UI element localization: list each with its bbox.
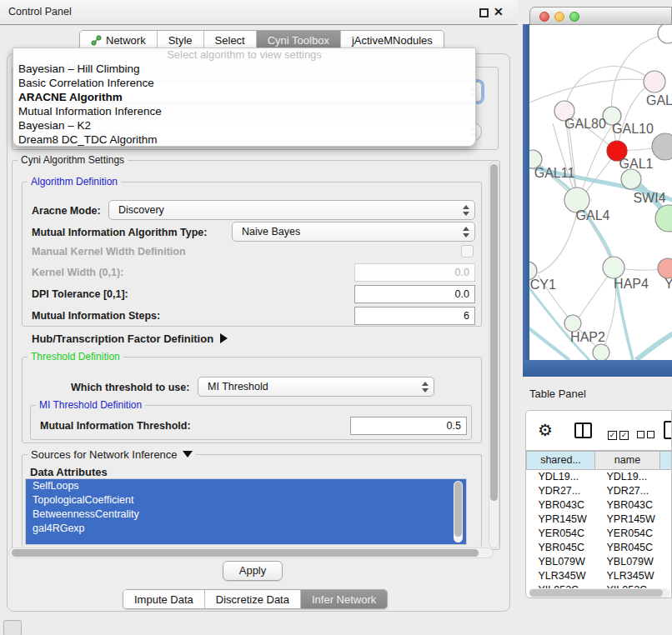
scrollbar-thumb[interactable] bbox=[529, 589, 663, 597]
scrollbar-thumb[interactable] bbox=[490, 164, 498, 501]
minimize-traffic-light[interactable] bbox=[554, 12, 564, 22]
node[interactable] bbox=[658, 25, 672, 43]
node-label: HAP4 bbox=[614, 277, 649, 291]
close-traffic-light[interactable] bbox=[539, 12, 549, 22]
kernel-width-label: Kernel Width (0,1): bbox=[32, 267, 123, 278]
panel-grip[interactable] bbox=[3, 620, 22, 635]
node[interactable] bbox=[593, 344, 609, 360]
table-row: YER054CYER054C8. bbox=[527, 526, 672, 540]
threshold-definition-title: Threshold Definition bbox=[28, 351, 123, 362]
table-panel-title: Table Panel bbox=[529, 388, 586, 400]
dropdown-item[interactable]: Basic Correlation Inference bbox=[13, 76, 475, 90]
settings-horizontal-scrollbar[interactable] bbox=[8, 548, 494, 558]
node-label: GAL1 bbox=[619, 157, 654, 171]
network-graph: GAL GAL80 GAL10 GAL1 GAL11 SWI4 GAL4 GCY… bbox=[529, 25, 672, 360]
mi-threshold-field[interactable]: 0.5 bbox=[350, 417, 467, 435]
tab-select[interactable]: Select bbox=[203, 31, 256, 49]
close-icon[interactable] bbox=[494, 5, 507, 18]
mi-type-label: Mutual Information Algorithm Type: bbox=[32, 227, 207, 238]
settings-gear-icon[interactable] bbox=[538, 420, 553, 440]
tab-style[interactable]: Style bbox=[157, 31, 203, 49]
select-all-checkboxes-icon[interactable] bbox=[608, 426, 631, 441]
which-threshold-combo[interactable]: MI Threshold bbox=[198, 377, 434, 397]
mi-threshold-group-title: MI Threshold Definition bbox=[36, 399, 145, 411]
column-header-name[interactable]: name bbox=[595, 451, 660, 469]
table-row: YBR043CYBR043C bbox=[527, 498, 672, 512]
list-item[interactable]: BetweennessCentrality bbox=[26, 508, 466, 522]
control-panel-title: Control Panel bbox=[8, 6, 72, 18]
node-label: SWI4 bbox=[633, 191, 665, 205]
control-panel-titlebar: Control Panel bbox=[0, 0, 518, 25]
apply-button[interactable]: Apply bbox=[223, 561, 283, 581]
tab-network-label: Network bbox=[106, 34, 146, 47]
columns-icon[interactable] bbox=[574, 422, 592, 438]
dropdown-item[interactable]: Dream8 DC_TDC Algorithm bbox=[13, 132, 475, 147]
collapse-down-icon bbox=[183, 451, 193, 458]
mi-steps-field[interactable]: 6 bbox=[354, 307, 475, 325]
which-threshold-label: Which threshold to use: bbox=[71, 382, 189, 393]
data-attributes-label: Data Attributes bbox=[30, 466, 108, 478]
list-vertical-scrollbar[interactable] bbox=[454, 481, 463, 542]
cyni-bottom-tabs: Impute Data Discretize Data Infer Networ… bbox=[123, 589, 388, 609]
node-hap2[interactable] bbox=[564, 315, 581, 332]
table-toolbar bbox=[526, 411, 671, 450]
node-label: GCY1 bbox=[529, 278, 556, 292]
algorithm-definition-title: Algorithm Definition bbox=[28, 176, 121, 188]
network-window-titlebar[interactable] bbox=[529, 7, 672, 25]
table-horizontal-scrollbar[interactable] bbox=[529, 588, 670, 598]
combo-stepper-icon bbox=[462, 204, 469, 217]
node-label: HAP2 bbox=[570, 330, 605, 344]
new-table-icon[interactable] bbox=[664, 421, 672, 439]
zoom-traffic-light[interactable] bbox=[569, 12, 579, 22]
deselect-all-checkboxes-icon[interactable] bbox=[637, 427, 657, 442]
dropdown-item[interactable]: Bayesian – Hill Climbing bbox=[13, 62, 475, 76]
dropdown-item[interactable]: Mutual Information Inference bbox=[13, 104, 475, 118]
list-item[interactable]: SelfLoops bbox=[26, 479, 466, 493]
dpi-tolerance-label: DPI Tolerance [0,1]: bbox=[32, 288, 128, 300]
sources-collapse-header[interactable]: Sources for Network Inference bbox=[28, 448, 196, 461]
table-row: YLR345WYLR345W9. bbox=[527, 568, 672, 582]
mi-threshold-label: Mutual Information Threshold: bbox=[40, 420, 191, 432]
node-salmon[interactable] bbox=[658, 258, 672, 278]
node-gray[interactable] bbox=[652, 133, 672, 160]
aracne-mode-combo[interactable]: Discovery bbox=[108, 200, 475, 220]
network-icon bbox=[91, 35, 102, 46]
column-header[interactable] bbox=[660, 451, 672, 469]
node-label: GAL10 bbox=[612, 122, 654, 136]
tab-impute-data[interactable]: Impute Data bbox=[123, 590, 204, 608]
app-root: Control Panel Network Style Select Cyni … bbox=[0, 0, 672, 635]
tab-network[interactable]: Network bbox=[80, 31, 157, 49]
list-item[interactable] bbox=[26, 536, 466, 545]
tab-jactivemnodules[interactable]: jActiveMNodules bbox=[340, 31, 444, 49]
node-label: GAL80 bbox=[564, 117, 606, 131]
network-node-labels: GAL GAL80 GAL10 GAL1 GAL11 SWI4 GAL4 GCY… bbox=[529, 93, 672, 344]
mi-steps-label: Mutual Information Steps: bbox=[32, 310, 160, 322]
settings-vertical-scrollbar[interactable] bbox=[489, 162, 499, 548]
hub-definition-expander[interactable]: Hub/Transcription Factor Definition bbox=[32, 332, 228, 345]
node-label: Y bbox=[664, 277, 672, 291]
tab-infer-network[interactable]: Infer Network bbox=[300, 590, 387, 608]
dropdown-item[interactable]: Bayesian – K2 bbox=[13, 118, 475, 132]
kernel-width-field[interactable]: 0.0 bbox=[354, 263, 475, 282]
node-swi4[interactable] bbox=[621, 169, 641, 189]
scrollbar-thumb[interactable] bbox=[12, 549, 479, 557]
node-green-large[interactable] bbox=[655, 205, 672, 232]
dpi-tolerance-field[interactable]: 0.0 bbox=[354, 285, 475, 303]
scrollbar-thumb[interactable] bbox=[454, 482, 462, 537]
dropdown-item-aracne[interactable]: ARACNE Algorithm bbox=[13, 90, 475, 104]
list-item[interactable]: gal4RGexp bbox=[26, 522, 466, 536]
node-gal-partial[interactable] bbox=[644, 71, 665, 92]
list-item[interactable]: TopologicalCoefficient bbox=[26, 493, 466, 508]
table-panel: shared... name YDL19...YDL19...13 YDR27.… bbox=[525, 410, 672, 598]
network-canvas[interactable]: GAL GAL80 GAL10 GAL1 GAL11 SWI4 GAL4 GCY… bbox=[529, 25, 672, 360]
manual-kernel-checkbox[interactable] bbox=[461, 245, 474, 258]
cyni-settings-group-title: Cyni Algorithm Settings bbox=[18, 154, 128, 166]
combo-stepper-icon bbox=[421, 381, 428, 393]
tab-discretize-data[interactable]: Discretize Data bbox=[204, 590, 300, 608]
tab-cyni-toolbox[interactable]: Cyni Toolbox bbox=[256, 31, 340, 49]
column-header-shared[interactable]: shared... bbox=[527, 451, 595, 469]
expander-right-icon bbox=[220, 333, 228, 343]
node-hap4[interactable] bbox=[603, 257, 624, 278]
float-window-icon[interactable] bbox=[479, 8, 489, 18]
mi-type-combo[interactable]: Naive Bayes bbox=[232, 222, 475, 242]
